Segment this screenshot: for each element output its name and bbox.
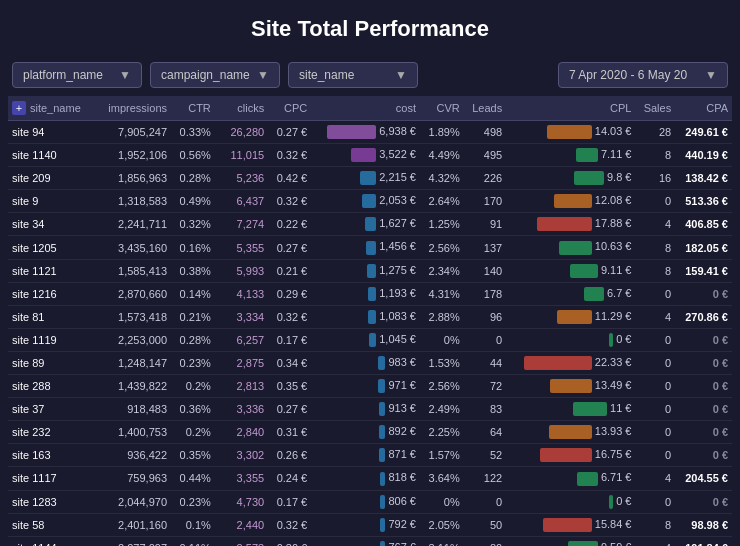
cost-bar [378, 356, 385, 370]
cell-leads: 64 [464, 421, 506, 444]
table-row: site 58 2,401,160 0.1% 2,440 0.32 € 792 … [8, 513, 732, 536]
cell-impressions: 3,435,160 [94, 236, 171, 259]
cost-value: 1,083 € [379, 310, 416, 322]
cell-cost: 3,522 € [311, 144, 420, 167]
cost-bar [380, 518, 386, 532]
cost-value: 983 € [388, 356, 416, 368]
cost-bar [380, 541, 385, 546]
cell-clicks: 2,813 [215, 375, 268, 398]
cell-cost: 1,275 € [311, 259, 420, 282]
cell-cvr: 1.57% [420, 444, 464, 467]
cell-cpc: 0.32 € [268, 305, 311, 328]
table-row: site 1119 2,253,000 0.28% 6,257 0.17 € 1… [8, 328, 732, 351]
cell-sales: 8 [635, 259, 675, 282]
cell-leads: 52 [464, 444, 506, 467]
cell-clicks: 3,336 [215, 398, 268, 421]
cell-site-name: site 209 [8, 167, 94, 190]
cell-ctr: 0.33% [171, 121, 215, 144]
cell-clicks: 11,015 [215, 144, 268, 167]
cell-cvr: 3.11% [420, 536, 464, 546]
cell-ctr: 0.36% [171, 398, 215, 421]
col-header-cost[interactable]: cost [311, 96, 420, 121]
cell-leads: 50 [464, 513, 506, 536]
cell-ctr: 0.14% [171, 282, 215, 305]
cell-cvr: 3.64% [420, 467, 464, 490]
table-row: site 9 1,318,583 0.49% 6,437 0.32 € 2,05… [8, 190, 732, 213]
cpl-value: 9.11 € [601, 264, 632, 276]
cell-sales: 0 [635, 282, 675, 305]
cell-site-name: site 94 [8, 121, 94, 144]
cell-ctr: 0.28% [171, 167, 215, 190]
cell-cpa: 0 € [675, 375, 732, 398]
col-header-ctr[interactable]: CTR [171, 96, 215, 121]
col-header-site-name[interactable]: +site_name [8, 96, 94, 121]
cell-impressions: 1,585,413 [94, 259, 171, 282]
cell-clicks: 26,280 [215, 121, 268, 144]
cpl-bar [576, 148, 598, 162]
col-header-cpc[interactable]: CPC [268, 96, 311, 121]
performance-table: +site_name impressions CTR clicks CPC co… [8, 96, 732, 546]
cell-cvr: 2.34% [420, 259, 464, 282]
cell-cpl: 0 € [506, 490, 635, 513]
cost-bar [351, 148, 376, 162]
col-header-impressions[interactable]: impressions [94, 96, 171, 121]
col-header-clicks[interactable]: clicks [215, 96, 268, 121]
cpl-bar [573, 402, 607, 416]
col-header-cpl[interactable]: CPL [506, 96, 635, 121]
cost-bar [379, 448, 385, 462]
cost-value: 971 € [388, 379, 416, 391]
cell-sales: 0 [635, 444, 675, 467]
cell-cpa: 0 € [675, 328, 732, 351]
site-filter[interactable]: site_name ▼ [288, 62, 418, 88]
cell-leads: 498 [464, 121, 506, 144]
cell-impressions: 1,400,753 [94, 421, 171, 444]
cell-clicks: 6,257 [215, 328, 268, 351]
cell-cost: 1,045 € [311, 328, 420, 351]
cell-site-name: site 1121 [8, 259, 94, 282]
cpl-value: 0 € [616, 495, 631, 507]
cell-leads: 122 [464, 467, 506, 490]
cell-impressions: 2,277,097 [94, 536, 171, 546]
cell-cpl: 22.33 € [506, 351, 635, 374]
cell-sales: 0 [635, 398, 675, 421]
cost-bar [369, 333, 376, 347]
cpl-bar [524, 356, 592, 370]
platform-filter[interactable]: platform_name ▼ [12, 62, 142, 88]
cell-cpc: 0.32 € [268, 190, 311, 213]
cell-cost: 2,215 € [311, 167, 420, 190]
cost-value: 1,275 € [379, 264, 416, 276]
cpl-bar [609, 333, 613, 347]
table-row: site 81 1,573,418 0.21% 3,334 0.32 € 1,0… [8, 305, 732, 328]
cell-ctr: 0.23% [171, 351, 215, 374]
cost-bar [362, 194, 377, 208]
cell-site-name: site 9 [8, 190, 94, 213]
cell-cost: 792 € [311, 513, 420, 536]
cpl-bar [549, 425, 592, 439]
expand-icon[interactable]: + [12, 101, 26, 115]
cell-impressions: 2,241,711 [94, 213, 171, 236]
col-header-sales[interactable]: Sales [635, 96, 675, 121]
cost-bar [380, 472, 386, 486]
cell-site-name: site 288 [8, 375, 94, 398]
col-header-cpa[interactable]: CPA [675, 96, 732, 121]
cell-impressions: 1,318,583 [94, 190, 171, 213]
page-title: Site Total Performance [0, 0, 740, 54]
campaign-filter[interactable]: campaign_name ▼ [150, 62, 280, 88]
cell-site-name: site 89 [8, 351, 94, 374]
cell-cpa: 0 € [675, 444, 732, 467]
cell-cvr: 2.64% [420, 190, 464, 213]
table-row: site 1121 1,585,413 0.38% 5,993 0.21 € 1… [8, 259, 732, 282]
cell-clicks: 5,236 [215, 167, 268, 190]
cost-value: 1,627 € [379, 217, 416, 229]
cell-ctr: 0.35% [171, 444, 215, 467]
col-header-cvr[interactable]: CVR [420, 96, 464, 121]
cost-value: 892 € [388, 425, 416, 437]
col-header-leads[interactable]: Leads [464, 96, 506, 121]
cpl-value: 16.75 € [595, 448, 632, 460]
cpl-value: 6.71 € [601, 471, 632, 483]
cell-ctr: 0.1% [171, 513, 215, 536]
cell-sales: 0 [635, 490, 675, 513]
cell-cpa: 0 € [675, 351, 732, 374]
date-filter[interactable]: 7 Apr 2020 - 6 May 20 ▼ [558, 62, 728, 88]
cell-clicks: 3,334 [215, 305, 268, 328]
